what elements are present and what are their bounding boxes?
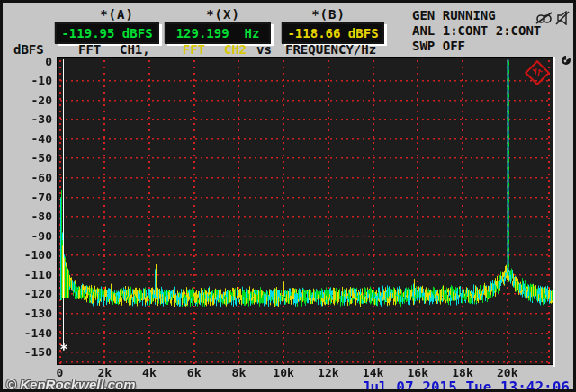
y-tick-label: -70 xyxy=(13,191,52,204)
x-tick-label: 20k xyxy=(490,366,526,379)
y-tick-label: -50 xyxy=(13,151,52,165)
x-tick-label: 12k xyxy=(310,366,346,379)
busy-indicator-icon xyxy=(561,55,572,66)
y-tick-label: -10 xyxy=(13,74,52,87)
y-tick-label: -140 xyxy=(13,326,52,340)
y-tick-label: -90 xyxy=(13,229,52,243)
x-tick-label: 10k xyxy=(266,366,302,379)
x-tick-label: 8k xyxy=(220,366,256,379)
x-tick-label: 4k xyxy=(131,366,167,379)
y-tick-label: -150 xyxy=(13,345,52,359)
rs-diamond-logo xyxy=(521,57,554,89)
y-tick-label: -20 xyxy=(13,94,52,107)
analyzer-screen: *(A) *(X) *(B) -119.95 dBFS 129.199 Hz -… xyxy=(0,0,576,392)
y-tick-label: -110 xyxy=(13,268,52,281)
x-tick-label: 14k xyxy=(356,366,392,379)
y-tick-label: -80 xyxy=(13,209,52,223)
x-tick-label: 6k xyxy=(176,366,212,379)
y-tick-label: -100 xyxy=(13,248,52,262)
spectrum-plot xyxy=(3,3,576,392)
x-tick-label: 16k xyxy=(400,366,436,379)
y-tick-label: -30 xyxy=(13,112,52,126)
y-tick-label: 0 xyxy=(13,55,52,68)
datetime: Jul 07 2015 Tue 13:42:06 xyxy=(362,379,570,392)
y-tick-label: -120 xyxy=(13,287,52,300)
watermark: © KenRockwell.com xyxy=(6,377,136,392)
y-tick-label: -60 xyxy=(13,171,52,184)
y-tick-label: -130 xyxy=(13,307,52,320)
x-tick-label: 18k xyxy=(445,366,481,379)
y-tick-label: -40 xyxy=(13,132,52,146)
